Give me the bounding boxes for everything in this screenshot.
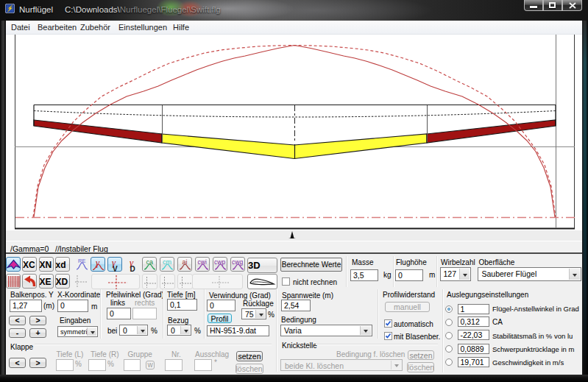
svg-text:V: V: [113, 265, 118, 272]
svg-text:D: D: [130, 265, 135, 273]
